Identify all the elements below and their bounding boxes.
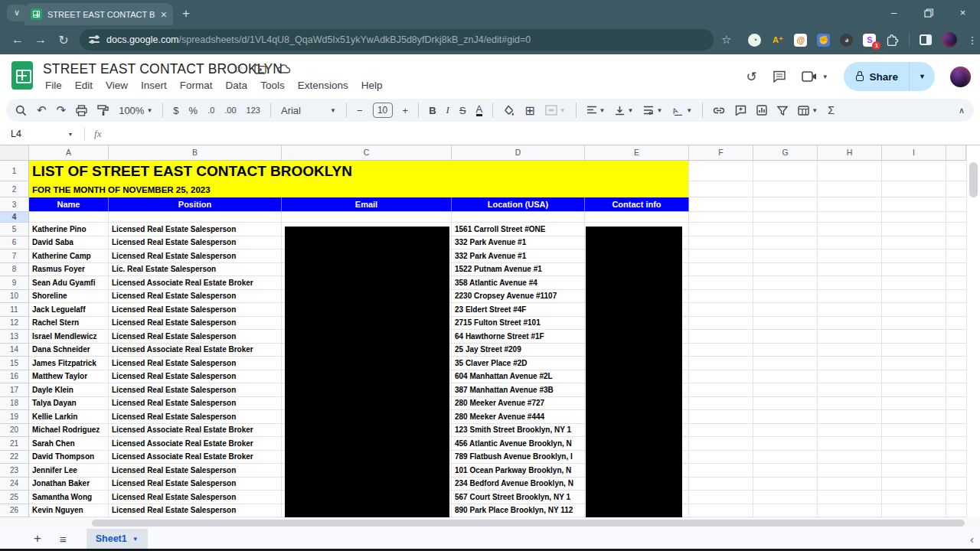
menu-edit[interactable]: Edit — [70, 78, 98, 93]
share-button[interactable]: Share ▼ — [844, 62, 935, 91]
undo-icon[interactable]: ↶ — [37, 103, 47, 117]
print-icon[interactable] — [76, 105, 87, 116]
cell-location[interactable]: 280 Meeker Avenue #727 — [452, 397, 585, 411]
cell-location[interactable]: 23 Eldert Street #4F — [452, 303, 585, 317]
row-header[interactable]: 1 — [0, 161, 29, 181]
url-bar[interactable]: docs.google.com/spreadsheets/d/1VL4qU8_Q… — [80, 29, 714, 51]
cell-name[interactable]: David Saba — [29, 236, 109, 250]
cell-name[interactable]: Rasmus Foyer — [29, 263, 109, 277]
cell-position[interactable]: Licensed Real Estate Salesperson — [109, 330, 282, 344]
column-header-E[interactable]: E — [585, 145, 689, 160]
cell-position[interactable]: Licensed Real Estate Salesperson — [109, 464, 282, 478]
menu-help[interactable]: Help — [356, 78, 388, 93]
vertical-scrollbar[interactable] — [966, 145, 980, 517]
functions-button[interactable]: Σ — [828, 104, 835, 116]
column-header-partial[interactable] — [946, 145, 966, 160]
browser-profile-avatar[interactable] — [942, 32, 957, 47]
row-header[interactable]: 13 — [0, 330, 29, 344]
row-header[interactable]: 5 — [0, 223, 29, 236]
row-header[interactable]: 7 — [0, 249, 29, 263]
sheet-subtitle-cell[interactable]: FOR THE MONTH OF NOVEMBER 25, 2023 — [29, 181, 689, 197]
cell-position[interactable]: Licensed Real Estate Salesperson — [109, 357, 282, 370]
name-box[interactable]: L4 — [0, 129, 58, 139]
cell-location[interactable]: 789 Flatbush Avenue Brooklyn, I — [452, 451, 585, 465]
row-header[interactable]: 15 — [0, 357, 29, 370]
cell-name[interactable]: Jennifer Lee — [29, 464, 109, 478]
cell-name[interactable]: Sarah Chen — [29, 437, 109, 451]
more-formats-button[interactable]: 123 — [247, 106, 260, 115]
horizontal-scroll-thumb[interactable] — [92, 520, 965, 527]
increase-font-button[interactable]: + — [403, 105, 409, 116]
collapse-panel-chevron-icon[interactable]: ‹ — [970, 533, 974, 546]
italic-button[interactable]: I — [446, 104, 449, 116]
cell-name[interactable]: Shoreline — [29, 290, 109, 304]
all-sheets-icon[interactable]: ≡ — [60, 533, 67, 546]
borders-button[interactable]: ⊞ — [524, 103, 534, 118]
camera-caret-icon[interactable]: ▼ — [822, 73, 828, 80]
column-header-H[interactable]: H — [818, 145, 882, 160]
row-header[interactable]: 12 — [0, 317, 29, 331]
column-header-A[interactable]: A — [29, 145, 109, 160]
comments-icon[interactable] — [773, 70, 786, 83]
share-caret-icon[interactable]: ▼ — [910, 73, 935, 80]
vertical-align-button[interactable]: ▼ — [615, 106, 633, 116]
cell-position[interactable]: Licensed Real Estate Salesperson — [109, 370, 282, 384]
create-filter-button[interactable] — [777, 106, 788, 116]
decrease-decimal-button[interactable]: .0 — [207, 106, 214, 115]
cell-position[interactable]: Licensed Real Estate Salesperson — [109, 223, 282, 236]
strikethrough-button[interactable]: S — [459, 105, 466, 116]
add-sheet-button[interactable]: + — [34, 531, 41, 546]
decrease-font-button[interactable]: − — [357, 105, 363, 116]
cell-location[interactable]: 1522 Putnam Avenue #1 — [452, 263, 585, 277]
menu-insert[interactable]: Insert — [136, 78, 172, 93]
row-header[interactable]: 14 — [0, 344, 29, 357]
account-avatar[interactable] — [950, 67, 971, 87]
back-icon[interactable]: ← — [6, 33, 29, 47]
extensions-puzzle-icon[interactable] — [886, 34, 899, 47]
cell-location[interactable]: 890 Park Place Brooklyn, NY 112 — [452, 504, 585, 518]
cell-position[interactable]: Licensed Real Estate Salesperson — [109, 504, 282, 518]
cell-name[interactable]: Kellie Larkin — [29, 410, 109, 424]
cell-name[interactable]: Samantha Wong — [29, 491, 109, 504]
cell-location[interactable]: 35 Claver Place #2D — [452, 357, 585, 370]
row-header[interactable]: 20 — [0, 424, 29, 438]
letter-a-extension-icon[interactable]: A⁺ — [771, 34, 784, 47]
cell-position[interactable]: Licensed Associate Real Estate Broker — [109, 437, 282, 451]
row-header[interactable]: 2 — [0, 181, 29, 197]
cell-position[interactable]: Licensed Real Estate Salesperson — [109, 249, 282, 263]
s-extension-icon[interactable]: S1 — [863, 34, 876, 47]
cell-location[interactable]: 332 Park Avenue #1 — [452, 249, 585, 263]
cell-position[interactable]: Licensed Real Estate Salesperson — [109, 410, 282, 424]
fill-color-button[interactable] — [503, 105, 514, 116]
move-folder-icon[interactable] — [254, 64, 266, 74]
row-header[interactable]: 23 — [0, 464, 29, 478]
new-tab-button[interactable]: + — [182, 6, 190, 21]
table-views-button[interactable]: ▼ — [798, 106, 818, 116]
search-icon[interactable] — [15, 105, 27, 116]
cell-name[interactable]: Jonathan Baker — [29, 478, 109, 491]
column-header-B[interactable]: B — [109, 145, 282, 160]
browser-tab[interactable]: STREET EAST CONTACT BROOK × — [24, 3, 173, 25]
cell-name[interactable]: Dayle Klein — [29, 383, 109, 397]
row-header[interactable]: 11 — [0, 303, 29, 317]
cell-location[interactable]: 25 Jay Street #209 — [452, 344, 585, 357]
window-restore-button[interactable] — [911, 0, 946, 25]
column-header-I[interactable]: I — [882, 145, 946, 160]
cell-location[interactable]: 456 Atlantic Avenue Brooklyn, N — [452, 437, 585, 451]
cell-name[interactable]: Matthew Taylor — [29, 370, 109, 384]
menu-file[interactable]: File — [40, 78, 67, 93]
column-title-cell[interactable]: Contact info — [585, 197, 689, 212]
bold-button[interactable]: B — [429, 105, 436, 116]
insert-chart-button[interactable] — [756, 105, 767, 116]
side-panel-icon[interactable] — [920, 34, 932, 45]
cell-location[interactable]: 604 Manhattan Avenue #2L — [452, 370, 585, 384]
menu-data[interactable]: Data — [220, 78, 253, 93]
redo-icon[interactable]: ↷ — [57, 103, 67, 117]
row-header-selected[interactable]: 4 — [0, 212, 29, 223]
bookmark-star-icon[interactable]: ☆ — [721, 33, 731, 47]
cell-location[interactable]: 2715 Fulton Street #101 — [452, 317, 585, 331]
cell-position[interactable]: Licensed Real Estate Salesperson — [109, 236, 282, 250]
row-header[interactable]: 22 — [0, 451, 29, 465]
cell-location[interactable]: 234 Bedford Avenue Brooklyn, N — [452, 478, 585, 491]
cell-location[interactable]: 2230 Cropsey Avenue #1107 — [452, 290, 585, 304]
